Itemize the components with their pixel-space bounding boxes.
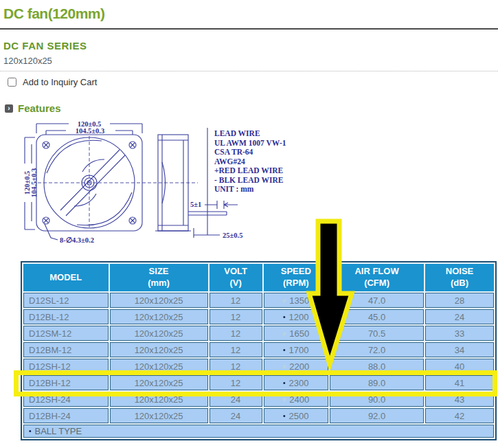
cell-speed: #1350 (264, 293, 329, 308)
cell-volt: 12 (210, 375, 262, 390)
inquiry-cart-checkbox[interactable] (8, 78, 16, 87)
svg-text:- BLK LEAD WIRE: - BLK LEAD WIRE (214, 176, 284, 184)
cell-noise: 43 (425, 392, 494, 407)
cell-speed: #2400 (264, 392, 329, 407)
svg-text:5±1: 5±1 (190, 201, 201, 208)
table-row: D12SH-12 120x120x25 12 #2200 88.0 40 (23, 359, 494, 374)
bearing-type-marker: # (282, 396, 286, 403)
cell-size: 120x120x25 (110, 392, 208, 407)
cell-speed: #1650 (264, 326, 329, 341)
cell-model: D12SH-12 (23, 359, 109, 374)
cell-volt: 24 (210, 392, 262, 407)
cell-model: D12SH-24 (23, 392, 109, 407)
cell-noise: 33 (425, 326, 494, 341)
cell-size: 120x120x25 (110, 309, 208, 324)
svg-text:UNIT : mm: UNIT : mm (214, 185, 254, 193)
lead-wire-note: LEAD WIRE UL AWM 1007 VW-1 CSA TR-64 AWG… (207, 128, 286, 235)
fan-spec-table: MODEL SIZE(mm) VOLT(V) SPEED(RPM) AIR FL… (21, 261, 497, 440)
bearing-type-marker: • (283, 379, 286, 387)
table-row: D12BH-24 120x120x25 24 •2500 92.0 42 (23, 408, 494, 423)
cell-noise: 34 (425, 342, 494, 357)
cell-airflow: 92.0 (330, 408, 424, 423)
page-title: DC fan(120mm) (3, 5, 105, 22)
title-divider (0, 28, 498, 30)
cell-model: D12BM-12 (23, 342, 109, 357)
bearing-type-marker: # (282, 331, 286, 337)
ball-type-legend: •BALL TYPE (23, 425, 494, 438)
col-header-noise: NOISE(dB) (425, 264, 494, 291)
table-row: D12BM-12 120x120x25 12 •1700 72.0 34 (23, 342, 494, 357)
series-size: 120x120x25 (3, 56, 52, 66)
bearing-type-marker: • (283, 412, 286, 420)
cell-airflow: 72.0 (330, 342, 424, 357)
cell-speed: •2500 (264, 408, 329, 423)
features-section-header: › Features (5, 102, 61, 114)
cell-noise: 28 (425, 293, 494, 308)
cell-size: 120x120x25 (110, 359, 208, 374)
cell-size: 120x120x25 (110, 293, 208, 308)
col-header-size: SIZE(mm) (110, 264, 208, 291)
table-row: D12BL-12 120x120x25 12 •1200 45.0 24 (23, 309, 494, 324)
table-row: D12SL-12 120x120x25 12 #1350 47.0 28 (23, 293, 494, 308)
col-header-volt: VOLT(V) (210, 264, 262, 291)
cell-noise: 42 (425, 408, 494, 423)
cell-airflow: 45.0 (330, 309, 424, 324)
col-header-model: MODEL (23, 264, 109, 291)
cell-volt: 12 (210, 293, 262, 308)
cell-airflow: 90.0 (330, 392, 424, 407)
bearing-type-marker: # (282, 363, 286, 370)
left-dimension-lines: 120±0.5 104.5±0.3 (23, 137, 38, 229)
arrow-bullet-icon: › (5, 104, 13, 113)
cell-size: 120x120x25 (110, 342, 208, 357)
cell-noise: 24 (425, 309, 494, 324)
svg-text:CSA TR-64: CSA TR-64 (214, 148, 253, 156)
cell-volt: 24 (210, 408, 262, 423)
table-row: D12SH-24 120x120x25 24 #2400 90.0 43 (23, 392, 494, 407)
table-row: D12SM-12 120x120x25 12 #1650 70.5 33 (23, 326, 494, 341)
inquiry-cart-row: Add to Inquiry Cart (8, 77, 97, 87)
cell-volt: 12 (210, 309, 262, 324)
cell-airflow: 89.0 (330, 375, 424, 390)
features-label: Features (18, 102, 61, 114)
table-footer-row: •BALL TYPE (23, 425, 494, 438)
cell-noise: 41 (425, 375, 494, 390)
product-page: DC fan(120mm) DC FAN SERIES 120x120x25 A… (0, 0, 498, 448)
svg-text:UL AWM 1007 VW-1: UL AWM 1007 VW-1 (214, 139, 286, 147)
cell-speed: #2200 (264, 359, 329, 374)
bearing-type-marker: • (283, 346, 286, 354)
series-heading: DC FAN SERIES (3, 40, 87, 52)
col-header-speed: SPEED(RPM) (264, 264, 329, 291)
cell-model: D12BH-24 (23, 408, 109, 423)
fan-front-view: 8-∅4.3±0.2 (36, 135, 198, 244)
cell-airflow: 70.5 (330, 326, 424, 341)
fan-table-body: D12SL-12 120x120x25 12 #1350 47.0 28 D12… (23, 293, 494, 423)
ball-bullet-icon: • (29, 427, 32, 435)
bearing-type-marker: # (282, 298, 286, 304)
cell-size: 120x120x25 (110, 375, 208, 390)
cell-model: D12SM-12 (23, 326, 109, 341)
svg-text:+RED LEAD WIRE: +RED LEAD WIRE (214, 166, 284, 175)
cell-size: 120x120x25 (110, 408, 208, 423)
cell-speed: •1200 (264, 309, 329, 324)
table-header-row: MODEL SIZE(mm) VOLT(V) SPEED(RPM) AIR FL… (23, 264, 494, 291)
svg-text:104.5±0.3: 104.5±0.3 (76, 127, 105, 135)
cell-airflow: 47.0 (330, 293, 424, 308)
cell-model: D12SL-12 (23, 293, 109, 308)
cell-airflow: 88.0 (330, 359, 424, 374)
cell-size: 120x120x25 (110, 326, 208, 341)
bearing-type-marker: • (283, 313, 286, 321)
cell-speed: •2300 (264, 375, 329, 390)
svg-text:25±0.5: 25±0.5 (223, 232, 242, 239)
cell-model: D12BH-12 (23, 375, 109, 390)
col-header-airflow: AIR FLOW(CFM) (330, 264, 424, 291)
inquiry-cart-label: Add to Inquiry Cart (23, 77, 97, 87)
cell-noise: 40 (425, 359, 494, 374)
cell-speed: •1700 (264, 342, 329, 357)
table-row: D12BH-12 120x120x25 12 •2300 89.0 41 (23, 375, 494, 390)
top-dimension-lines: 120±0.5 104.5±0.3 (36, 120, 142, 135)
cell-volt: 12 (210, 326, 262, 341)
svg-text:AWG#24: AWG#24 (214, 157, 245, 166)
svg-text:LEAD WIRE: LEAD WIRE (214, 129, 260, 137)
cell-volt: 12 (210, 342, 262, 357)
cell-model: D12BL-12 (23, 309, 109, 324)
